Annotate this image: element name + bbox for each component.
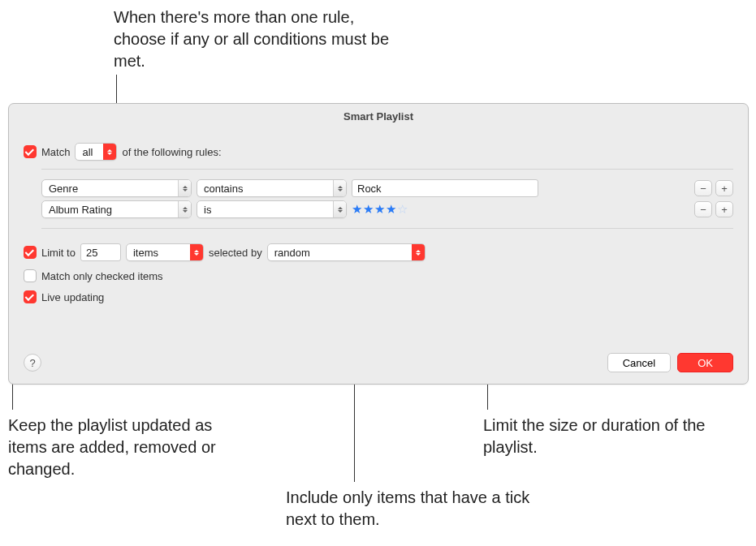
match-label-post: of the following rules: [122, 146, 221, 158]
ok-button[interactable]: OK [677, 353, 733, 372]
add-rule-button[interactable]: + [715, 180, 733, 196]
rules-list: Genre contains − + Album Rating [41, 169, 733, 229]
chevron-updown-icon [333, 180, 346, 196]
limit-unit-select[interactable]: items [126, 243, 204, 261]
chevron-updown-icon [412, 244, 425, 260]
rule-field-select[interactable]: Genre [41, 179, 192, 197]
match-checked-label: Match only checked items [41, 270, 163, 282]
match-checked-checkbox[interactable] [24, 269, 37, 282]
live-updating-row: Live updating [24, 290, 733, 303]
rule-field-select[interactable]: Album Rating [41, 200, 192, 218]
rule-op-select[interactable]: is [197, 200, 347, 218]
rule-rating-stars[interactable]: ★★★★☆ [352, 202, 408, 217]
limit-unit-value: items [133, 247, 158, 259]
rule-op-value: is [204, 204, 211, 216]
selected-by-value: random [274, 247, 310, 259]
smart-playlist-dialog: Smart Playlist Match all of the followin… [8, 103, 749, 385]
match-mode-value: all [82, 146, 93, 158]
match-label-pre: Match [41, 146, 70, 158]
limit-label: Limit to [41, 247, 76, 259]
rule-value-input[interactable] [352, 179, 538, 197]
rule-row: Genre contains − + [41, 179, 733, 197]
dialog-title: Smart Playlist [9, 110, 748, 123]
limit-checkbox[interactable] [24, 246, 37, 259]
cancel-button[interactable]: Cancel [607, 353, 671, 372]
match-checkbox[interactable] [24, 145, 37, 158]
chevron-updown-icon [103, 144, 116, 160]
chevron-updown-icon [333, 201, 346, 217]
remove-rule-button[interactable]: − [694, 201, 712, 217]
selected-by-select[interactable]: random [267, 243, 426, 261]
chevron-updown-icon [178, 201, 191, 217]
remove-rule-button[interactable]: − [694, 180, 712, 196]
callout-limit: Limit the size or duration of the playli… [483, 415, 735, 458]
live-updating-checkbox[interactable] [24, 290, 37, 303]
limit-row: Limit to items selected by random [24, 243, 733, 261]
limit-count-input[interactable] [80, 243, 121, 261]
rule-row: Album Rating is ★★★★☆ − + [41, 200, 733, 218]
match-checked-row: Match only checked items [24, 269, 733, 282]
rule-op-value: contains [204, 183, 243, 195]
match-mode-select[interactable]: all [75, 143, 117, 161]
live-updating-label: Live updating [41, 291, 104, 303]
rule-field-value: Genre [49, 183, 78, 195]
chevron-updown-icon [178, 180, 191, 196]
add-rule-button[interactable]: + [715, 201, 733, 217]
match-row: Match all of the following rules: [24, 143, 733, 161]
rule-field-value: Album Rating [49, 204, 112, 216]
callout-live-updating: Keep the playlist updated as items are a… [8, 415, 235, 480]
help-button[interactable]: ? [24, 354, 41, 372]
rule-op-select[interactable]: contains [197, 179, 347, 197]
chevron-updown-icon [190, 244, 203, 260]
selected-by-label: selected by [209, 247, 262, 259]
callout-match-mode: When there's more than one rule, choose … [114, 6, 406, 72]
callout-match-checked: Include only items that have a tick next… [286, 487, 554, 531]
